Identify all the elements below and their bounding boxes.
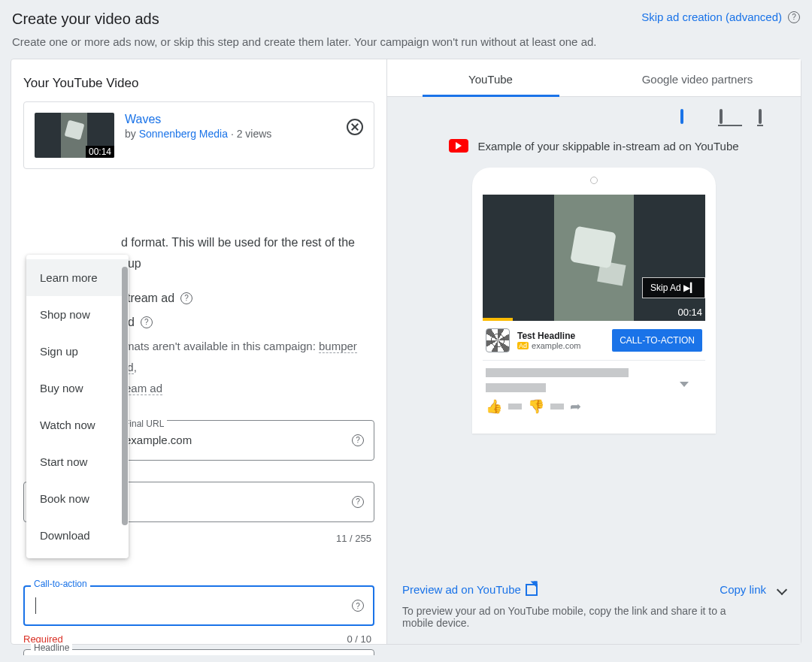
copy-link-button[interactable]: Copy link [720,583,786,596]
preview-video-player: Skip Ad ▶▎ 00:14 [483,195,705,321]
video-duration: 00:14 [86,146,114,158]
help-icon[interactable] [141,316,153,328]
dropdown-item-shop-now[interactable]: Shop now [26,296,129,333]
preview-on-youtube-label: Preview ad on YouTube [402,583,521,596]
format-heading-part1: d format. This will be used for the rest… [121,236,355,249]
chevron-down-icon [777,584,787,594]
video-channel-link[interactable]: Sonnenberg Media [139,128,228,140]
help-icon[interactable] [352,496,364,508]
engagement-icons: 👍 👎 ➦ [486,398,702,415]
preview-headline: Test Headline [517,331,604,341]
help-icon[interactable] [180,292,192,304]
dropdown-item-download[interactable]: Download [26,517,129,554]
device-desktop-icon[interactable] [720,110,739,125]
text-cursor [35,597,36,614]
headline-field[interactable]: Headline Test Headline [23,649,374,655]
example-caption: Example of your skippable in-stream ad o… [477,140,738,153]
skip-ad-creation-label: Skip ad creation (advanced) [641,11,782,23]
preview-ad-badge: Ad [517,342,529,349]
unavailable-sep: , [134,361,137,373]
mobile-preview: Skip Ad ▶▎ 00:14 Test Headline Ad exampl… [472,168,716,434]
dropdown-item-learn-more[interactable]: Learn more [26,259,129,296]
dropdown-scrollbar[interactable] [122,267,128,525]
device-tv-icon[interactable] [759,110,778,125]
skeleton-bar [486,383,546,392]
dropdown-item-start-now[interactable]: Start now [26,443,129,480]
cta-label: Call-to-action [31,579,90,589]
video-sep: · [228,128,237,140]
help-icon[interactable] [352,600,364,612]
thumbs-down-icon: 👎 [528,398,544,415]
preview-footer-note: To preview your ad on YouTube mobile, co… [402,605,741,629]
expand-icon [680,382,689,387]
dropdown-item-sign-up[interactable]: Sign up [26,333,129,370]
phone-camera-icon [590,177,598,184]
preview-tabs: YouTube Google video partners [387,59,801,97]
skeleton-bar [486,368,629,377]
preview-ad-duration: 00:14 [677,307,702,318]
selected-video-card: 00:14 Waves by Sonnenberg Media · 2 view… [23,101,374,169]
dropdown-item-buy-now[interactable]: Buy now [26,370,129,407]
preview-advertiser-icon [486,328,510,352]
preview-cta-button: CALL-TO-ACTION [612,329,702,352]
preview-display-url: example.com [532,341,580,350]
tab-google-video-partners[interactable]: Google video partners [594,59,801,96]
video-byline: by Sonnenberg Media · 2 views [125,128,271,140]
unavailable-formats-text: rmats aren't available in this campaign: [121,340,319,352]
device-selector [402,107,786,139]
device-mobile-icon[interactable] [680,110,700,125]
help-icon[interactable] [352,434,364,446]
video-title-link[interactable]: Waves [125,113,271,126]
section-title-your-video: Your YouTube Video [23,76,374,91]
video-thumbnail[interactable]: 00:14 [35,113,114,158]
youtube-icon [449,139,468,153]
headline-label: Headline [31,642,72,653]
preview-ad-info-row: Test Headline Ad example.com CALL-TO-ACT… [483,321,705,361]
dropdown-item-watch-now[interactable]: Watch now [26,407,129,443]
remove-video-button[interactable] [347,119,363,135]
cta-counter: 0 / 10 [347,633,371,645]
cta-field[interactable]: Call-to-action [23,585,374,626]
radio-label-instream[interactable]: stream ad [121,288,174,309]
skip-ad-button: Skip Ad ▶▎ [642,277,705,298]
page-subtitle: Create one or more ads now, or skip this… [12,35,801,48]
share-icon: ➦ [570,398,581,415]
dropdown-item-book-now[interactable]: Book now [26,480,129,517]
copy-link-label: Copy link [720,583,766,596]
video-views: 2 views [237,128,272,140]
skip-ad-creation-link[interactable]: Skip ad creation (advanced) [641,11,800,23]
external-link-icon [526,584,538,596]
ad-progress-bar [483,318,513,321]
video-by-prefix: by [125,128,139,140]
preview-on-youtube-link[interactable]: Preview ad on YouTube [402,583,538,596]
thumbs-up-icon: 👍 [486,398,502,415]
tab-youtube[interactable]: YouTube [387,59,594,96]
help-icon[interactable] [788,11,800,23]
cta-dropdown[interactable]: Learn more Shop now Sign up Buy now Watc… [26,255,129,558]
final-url-field[interactable]: Final URL example.com [114,420,374,461]
page-title: Create your video ads [12,11,159,28]
